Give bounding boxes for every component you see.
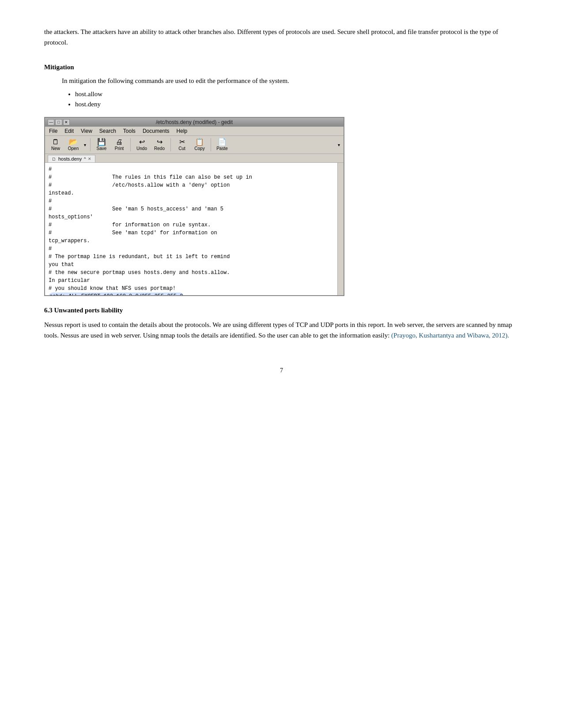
gedit-toolbar: 🗒 New 📂 Open ▾ 💾 Save 🖨 Print ↩ Undo ↪ R…	[45, 136, 344, 154]
gedit-menubar: File Edit View Search Tools Documents He…	[45, 127, 344, 136]
open-dropdown-icon[interactable]: ▾	[83, 142, 87, 148]
gedit-editor-area: # # The rules in this file can also be s…	[45, 163, 344, 295]
toolbar-print-button[interactable]: 🖨 Print	[111, 137, 127, 152]
gedit-tab-hosts-deny[interactable]: 🗋 hosts.deny ^ ✕	[48, 155, 95, 162]
bullet-list: host.allow host.deny	[75, 90, 519, 108]
bullet-item-2: host.deny	[75, 101, 519, 108]
tab-label: hosts.deny	[58, 156, 82, 161]
save-icon: 💾	[97, 139, 106, 146]
toolbar-divider-1	[90, 138, 91, 151]
toolbar-undo-label: Undo	[136, 146, 147, 151]
copy-icon: 📋	[195, 139, 204, 146]
menu-edit[interactable]: Edit	[63, 128, 75, 135]
toolbar-paste-button[interactable]: 📄 Paste	[214, 137, 230, 152]
mitigation-heading: Mitigation	[44, 64, 519, 71]
paste-icon: 📄	[218, 139, 227, 146]
page-number: 7	[44, 367, 519, 374]
bullet-item-1: host.allow	[75, 90, 519, 98]
toolbar-save-button[interactable]: 💾 Save	[94, 137, 110, 152]
gedit-tabs: 🗋 hosts.deny ^ ✕	[45, 154, 344, 163]
toolbar-new-label: New	[51, 146, 60, 151]
toolbar-copy-label: Copy	[194, 146, 204, 151]
tab-close-button[interactable]: ✕	[88, 157, 91, 161]
gedit-scrollbar[interactable]	[337, 163, 344, 295]
window-maximize-button[interactable]: □	[55, 119, 62, 125]
gedit-window-title: /etc/hosts.deny (modified) - gedit	[70, 119, 319, 125]
menu-help[interactable]: Help	[175, 128, 189, 135]
toolbar-open-label: Open	[68, 146, 79, 151]
toolbar-redo-button[interactable]: ↪ Redo	[151, 137, 167, 152]
toolbar-save-label: Save	[97, 146, 107, 151]
toolbar-cut-button[interactable]: ✂ Cut	[174, 137, 190, 152]
modified-indicator: ^	[84, 157, 86, 161]
toolbar-print-label: Print	[115, 146, 124, 151]
toolbar-redo-label: Redo	[154, 146, 165, 151]
menu-search[interactable]: Search	[98, 128, 117, 135]
gedit-text: # # The rules in this file can also be s…	[49, 166, 252, 292]
undo-icon: ↩	[139, 139, 145, 146]
menu-tools[interactable]: Tools	[122, 128, 137, 135]
window-minimize-button[interactable]: —	[48, 119, 54, 125]
gedit-window: — □ ✕ /etc/hosts.deny (modified) - gedit…	[44, 117, 344, 296]
new-icon: 🗒	[52, 139, 59, 146]
menu-documents[interactable]: Documents	[141, 128, 171, 135]
toolbar-open-button[interactable]: 📂 Open	[65, 137, 81, 152]
toolbar-copy-button[interactable]: 📋 Copy	[192, 137, 208, 152]
menu-file[interactable]: File	[48, 128, 59, 135]
toolbar-new-button[interactable]: 🗒 New	[48, 137, 64, 152]
body-paragraph1: the attackers. The attackers have an abi…	[44, 26, 519, 48]
toolbar-undo-button[interactable]: ↩ Undo	[134, 137, 150, 152]
print-icon: 🖨	[116, 139, 123, 146]
gedit-titlebar: — □ ✕ /etc/hosts.deny (modified) - gedit	[45, 118, 344, 127]
cut-icon: ✂	[179, 139, 185, 146]
redo-icon: ↪	[157, 139, 162, 146]
mitigation-intro: In mitigation the following commands are…	[62, 75, 519, 86]
toolbar-divider-3	[170, 138, 171, 151]
section63-text: Nessus report is used to contain the det…	[44, 319, 519, 341]
section63-heading: 6.3 Unwanted ports liability	[44, 307, 519, 314]
toolbar-divider-2	[130, 138, 131, 151]
tab-file-icon: 🗋	[52, 157, 56, 161]
toolbar-paste-label: Paste	[216, 146, 228, 151]
section63-citation: (Prayogo, Kushartantya and Wibawa, 2012)…	[391, 332, 509, 339]
open-icon: 📂	[69, 139, 78, 146]
menu-view[interactable]: View	[79, 128, 94, 135]
toolbar-divider-4	[211, 138, 211, 151]
window-close-button[interactable]: ✕	[63, 119, 70, 125]
toolbar-cut-label: Cut	[178, 146, 185, 151]
toolbar-more-dropdown[interactable]: ▾	[337, 142, 341, 148]
highlighted-command-line: sshd: ALL EXCEPT 192.168.0.0/255.255.255…	[49, 293, 184, 295]
gedit-content[interactable]: # # The rules in this file can also be s…	[45, 163, 344, 295]
